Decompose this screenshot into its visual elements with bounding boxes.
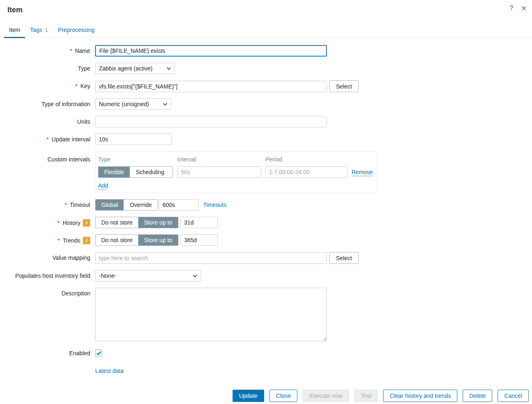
custom-intervals-col-type: Type <box>98 156 173 163</box>
trends-value-input[interactable] <box>180 234 218 246</box>
history-store-up-to[interactable]: Store up to <box>138 217 178 228</box>
units-label: Units <box>77 118 90 125</box>
type-of-information-select[interactable]: Numeric (unsigned) <box>95 98 171 110</box>
units-input[interactable] <box>95 116 327 127</box>
interval-type-scheduling[interactable]: Scheduling <box>130 167 170 177</box>
required-asterisk: * <box>64 202 66 208</box>
row-trends: *Trendsi Do not store Store up to <box>0 234 532 246</box>
tab-item[interactable]: Item <box>4 23 25 38</box>
row-latest-data: Latest data <box>0 368 532 374</box>
row-populates-host-inventory-field: Populates host inventory field -None- <box>0 270 532 281</box>
remove-interval-link[interactable]: Remove <box>352 169 373 175</box>
custom-intervals-col-period: Period <box>265 156 347 163</box>
enabled-label: Enabled <box>69 350 90 356</box>
tab-item-label: Item <box>9 27 20 33</box>
value-mapping-select-button[interactable]: Select <box>329 252 358 264</box>
history-label: History <box>62 220 80 226</box>
history-do-not-store[interactable]: Do not store <box>96 217 138 228</box>
cancel-button[interactable]: Cancel <box>498 390 529 402</box>
timeout-override[interactable]: Override <box>123 200 158 210</box>
help-icon[interactable]: ? <box>507 3 516 13</box>
page-title: Item <box>7 6 525 14</box>
chevron-down-icon <box>193 275 197 277</box>
name-label: Name <box>75 48 90 54</box>
row-history: *Historyi Do not store Store up to <box>0 217 532 228</box>
tab-preprocessing-label: Preprocessing <box>58 27 95 33</box>
type-of-information-label: Type of information <box>41 101 90 107</box>
required-asterisk: * <box>70 48 72 54</box>
add-interval-link[interactable]: Add <box>98 182 108 189</box>
latest-data-link[interactable]: Latest data <box>95 368 123 374</box>
name-input[interactable] <box>95 45 327 57</box>
timeout-global[interactable]: Global <box>96 200 123 210</box>
timeout-label: Timeout <box>70 202 90 208</box>
custom-intervals-col-interval: Interval <box>177 156 261 163</box>
timeouts-link[interactable]: Timeouts <box>203 202 226 208</box>
required-asterisk: * <box>75 83 77 89</box>
interval-type-toggle: Flexible Scheduling <box>98 166 173 178</box>
chevron-down-icon <box>167 67 171 70</box>
interval-type-flexible[interactable]: Flexible <box>98 167 130 177</box>
trends-store-up-to[interactable]: Store up to <box>138 235 178 245</box>
tab-bar: Item Tags1 Preprocessing <box>0 23 532 38</box>
row-name: *Name <box>0 45 532 57</box>
row-update-interval: *Update interval <box>0 134 532 145</box>
enabled-checkbox[interactable] <box>95 350 102 356</box>
tab-tags-label: Tags <box>30 27 42 33</box>
type-of-information-value: Numeric (unsigned) <box>99 101 149 107</box>
interval-input[interactable] <box>177 166 261 178</box>
check-icon <box>96 351 101 355</box>
type-select[interactable]: Zabbix agent (active) <box>95 63 175 74</box>
update-interval-label: Update interval <box>52 136 90 143</box>
tab-tags-count: 1 <box>45 27 48 33</box>
clear-history-and-trends-button[interactable]: Clear history and trends <box>383 390 457 402</box>
test-button: Test <box>354 390 378 402</box>
row-value-mapping: Value mapping Select <box>0 252 532 264</box>
timeout-toggle: Global Override <box>95 199 158 211</box>
tab-preprocessing[interactable]: Preprocessing <box>53 23 100 38</box>
custom-intervals-label: Custom intervals <box>48 156 90 163</box>
update-button[interactable]: Update <box>233 390 264 402</box>
description-textarea[interactable] <box>95 288 327 341</box>
type-label: Type <box>78 65 90 72</box>
required-asterisk: * <box>57 220 59 226</box>
required-asterisk: * <box>57 237 59 244</box>
info-icon: i <box>83 237 90 244</box>
chevron-down-icon <box>163 103 167 106</box>
history-value-input[interactable] <box>180 217 218 228</box>
populates-host-inventory-field-select[interactable]: -None- <box>95 270 201 281</box>
populates-host-inventory-field-value: -None- <box>99 272 116 279</box>
value-mapping-input[interactable] <box>95 252 327 264</box>
timeout-value-input <box>159 199 199 211</box>
item-form: *Name Type Zabbix agent (active) *Key Se… <box>0 45 532 374</box>
update-interval-input[interactable] <box>95 134 172 145</box>
key-select-button[interactable]: Select <box>329 80 358 92</box>
value-mapping-label: Value mapping <box>53 254 90 261</box>
row-enabled: Enabled <box>0 347 532 356</box>
info-icon: i <box>83 219 90 227</box>
row-custom-intervals: Custom intervals Type Interval Period Fl… <box>0 151 532 193</box>
row-units: Units <box>0 116 532 127</box>
key-label: Key <box>80 83 90 89</box>
row-description: Description <box>0 288 532 341</box>
trends-do-not-store[interactable]: Do not store <box>96 235 138 245</box>
type-select-value: Zabbix agent (active) <box>99 65 153 72</box>
dialog-controls: ? ✕ <box>507 3 529 13</box>
tab-tags[interactable]: Tags1 <box>25 23 53 38</box>
description-label: Description <box>62 290 90 297</box>
key-input[interactable] <box>95 81 327 92</box>
trends-toggle: Do not store Store up to <box>95 234 178 246</box>
clone-button[interactable]: Clone <box>269 390 298 402</box>
close-icon[interactable]: ✕ <box>519 3 529 13</box>
populates-host-inventory-field-label: Populates host inventory field <box>15 272 90 279</box>
row-type-of-information: Type of information Numeric (unsigned) <box>0 98 532 110</box>
custom-intervals-panel: Type Interval Period Flexible Scheduling… <box>95 151 377 193</box>
row-key: *Key Select <box>0 80 532 92</box>
footer-button-bar: Update Clone Execute now Test Clear hist… <box>233 390 529 402</box>
trends-label: Trends <box>63 237 80 244</box>
delete-button[interactable]: Delete <box>463 390 492 402</box>
period-input[interactable] <box>265 166 347 178</box>
history-toggle: Do not store Store up to <box>95 217 178 228</box>
dialog-header: Item <box>0 0 532 14</box>
row-timeout: *Timeout Global Override Timeouts <box>0 199 532 211</box>
